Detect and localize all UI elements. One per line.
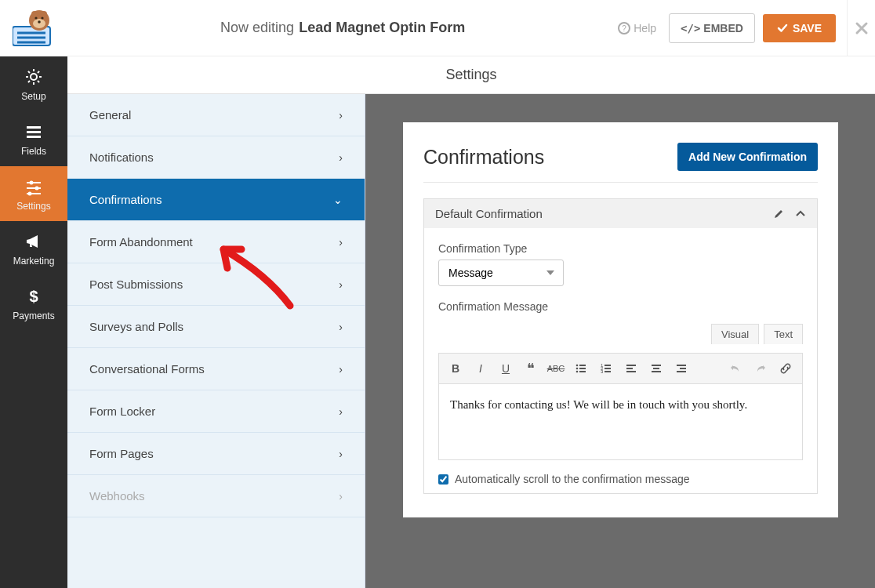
svg-rect-29 [579,371,586,372]
settings-item-form-locker[interactable]: Form Locker › [67,390,365,433]
confirmation-message-label: Confirmation Message [438,300,803,313]
code-icon: </> [681,22,700,34]
svg-point-24 [576,365,579,367]
svg-rect-27 [579,368,586,369]
svg-point-6 [41,11,47,17]
svg-point-9 [41,16,43,19]
chevron-right-icon: › [339,405,343,418]
svg-rect-14 [27,126,41,129]
settings-item-conversational-forms[interactable]: Conversational Forms › [67,348,365,390]
close-icon [855,21,869,35]
chevron-right-icon: › [339,490,343,503]
svg-text:$: $ [29,288,38,305]
help-link[interactable]: ? Help [618,22,656,34]
svg-text:3: 3 [601,369,604,374]
quote-button[interactable]: ❝ [521,358,541,379]
editor-toolbar: B I U ❝ ABC 123 [439,354,802,384]
strikethrough-button[interactable]: ABC [546,358,566,379]
sliders-icon [24,177,43,196]
svg-rect-43 [680,368,686,369]
italic-button[interactable]: I [470,358,491,379]
embed-button[interactable]: </>EMBED [669,13,755,43]
save-button[interactable]: SAVE [763,14,836,42]
svg-rect-25 [579,365,586,366]
auto-scroll-option[interactable]: Automatically scroll to the confirmation… [438,473,803,485]
link-button[interactable] [775,358,796,379]
svg-point-13 [31,74,37,80]
svg-rect-42 [677,365,686,366]
confirmation-name: Default Confirmation [435,207,543,220]
bullet-list-button[interactable] [571,358,591,379]
confirmation-type-select[interactable]: Message [438,260,564,286]
settings-item-label: General [89,108,131,122]
auto-scroll-label: Automatically scroll to the confirmation… [455,473,690,485]
nav-settings[interactable]: Settings [0,166,67,221]
svg-rect-37 [626,368,633,369]
auto-scroll-checkbox[interactable] [438,474,448,485]
svg-text:?: ? [622,24,626,33]
settings-item-surveys-polls[interactable]: Surveys and Polls › [67,306,365,348]
nav-marketing[interactable]: Marketing [0,221,67,276]
edit-icon[interactable] [773,209,784,220]
settings-header: Settings [67,56,875,94]
add-confirmation-button[interactable]: Add New Confirmation [677,143,818,171]
chevron-right-icon: › [339,236,343,249]
confirmation-box-header[interactable]: Default Confirmation [424,199,817,228]
svg-point-28 [576,371,579,373]
settings-item-label: Conversational Forms [89,362,205,376]
nav-setup[interactable]: Setup [0,56,67,111]
svg-rect-44 [677,371,686,372]
align-left-button[interactable] [621,358,641,379]
redo-button[interactable] [750,358,771,379]
chevron-down-icon: ⌄ [333,194,343,206]
svg-point-20 [35,187,39,191]
editor-tabs: Visual Text [438,324,803,344]
nav-setup-label: Setup [21,91,45,102]
nav-payments[interactable]: $ Payments [0,276,67,331]
list-icon [24,122,43,141]
help-label: Help [634,22,656,34]
svg-point-8 [34,16,37,19]
main-area: Confirmations Add New Confirmation Defau… [365,94,875,588]
nav-fields[interactable]: Fields [0,111,67,166]
settings-item-confirmations[interactable]: Confirmations ⌄ [67,179,365,221]
svg-rect-31 [605,365,611,366]
svg-point-5 [31,11,38,17]
dollar-icon: $ [24,287,43,306]
settings-item-form-abandonment[interactable]: Form Abandonment › [67,221,365,263]
megaphone-icon [24,232,43,251]
bold-button[interactable]: B [445,358,466,379]
numbered-list-button[interactable]: 123 [596,358,616,379]
settings-item-form-pages[interactable]: Form Pages › [67,433,365,475]
align-center-button[interactable] [646,358,666,379]
gear-icon [24,67,43,86]
editing-title: Now editing Lead Magnet Optin Form [67,20,618,36]
svg-rect-40 [653,368,659,369]
help-icon: ? [618,22,630,34]
svg-rect-16 [27,136,41,138]
chevron-right-icon: › [339,278,343,291]
editor-tab-visual[interactable]: Visual [711,324,759,344]
close-button[interactable] [847,0,875,56]
settings-item-notifications[interactable]: Notifications › [67,136,365,179]
check-icon [777,23,788,34]
settings-item-general[interactable]: General › [67,94,365,136]
settings-item-webhooks[interactable]: Webhooks › [67,475,365,517]
svg-point-18 [30,181,34,185]
align-right-button[interactable] [671,358,692,379]
svg-rect-36 [626,365,636,366]
chevron-right-icon: › [339,109,343,122]
editor-body[interactable]: Thanks for contacting us! We will be in … [439,384,802,459]
settings-item-label: Confirmations [89,193,162,206]
chevron-right-icon: › [339,321,343,333]
svg-point-26 [576,368,579,370]
settings-item-label: Form Pages [89,447,154,460]
editor-tab-text[interactable]: Text [764,324,803,344]
collapse-icon[interactable] [795,209,806,220]
panel-title: Confirmations [423,146,544,169]
underline-button[interactable]: U [496,358,516,379]
undo-button[interactable] [725,358,746,379]
form-name: Lead Magnet Optin Form [299,20,465,36]
settings-item-post-submissions[interactable]: Post Submissions › [67,263,365,306]
settings-item-label: Surveys and Polls [89,320,183,333]
